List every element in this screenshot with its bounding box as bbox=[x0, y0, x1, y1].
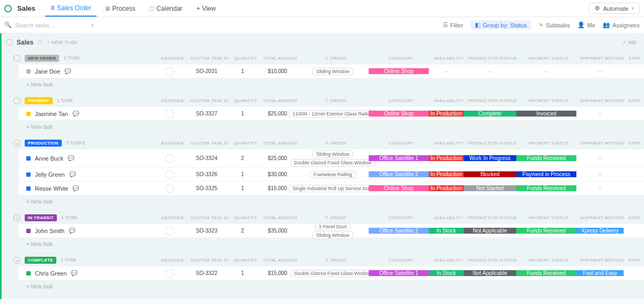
col-head-cat[interactable]: CATEGORY bbox=[371, 215, 431, 220]
task-row[interactable]: John Smith 💬 SO-3323 2 $35,000 3 Panel D… bbox=[19, 224, 644, 238]
task-row[interactable]: Anne Buck 💬 SO-3324 2 $25,000 Sliding Wi… bbox=[19, 149, 644, 168]
tab-calendar[interactable]: ▢ Calendar bbox=[144, 0, 188, 17]
status-badge[interactable]: Xpress Delivery bbox=[576, 228, 624, 234]
task-row[interactable]: Resse White 💬 SO-3325 1 $15,000 Single I… bbox=[19, 182, 644, 196]
task-row[interactable]: Chris Green 💬 SO-3322 1 $15,000 Double G… bbox=[19, 266, 644, 280]
col-head-prod[interactable]: PRODUCTION STATUS bbox=[466, 141, 519, 146]
order-tag[interactable]: 1100M - 12mm Exterior Glass Railing bbox=[289, 110, 377, 118]
task-name[interactable]: Resse White bbox=[35, 185, 68, 192]
tab-sales-order[interactable]: ≣ Sales Order bbox=[45, 0, 97, 17]
me-button[interactable]: 👤Me bbox=[577, 21, 595, 28]
order-tag[interactable]: Double Glazed Fixed Glass Window bbox=[290, 159, 375, 167]
tab-process[interactable]: ▦ Process bbox=[100, 0, 141, 17]
chat-icon[interactable]: 💬 bbox=[68, 155, 74, 161]
status-badge[interactable]: Office Satellite 2 bbox=[369, 171, 429, 177]
col-head-amt[interactable]: TOTAL AMOUNT bbox=[261, 56, 299, 61]
new-task-button[interactable]: + New task bbox=[19, 280, 644, 293]
group-toggle-icon[interactable]: ⌄ bbox=[13, 214, 20, 221]
status-badge[interactable]: Office Satellite 1 bbox=[369, 270, 429, 276]
chevron-down-icon[interactable]: ▾ bbox=[91, 23, 94, 28]
chat-icon[interactable]: 💬 bbox=[64, 68, 71, 74]
order-tag[interactable]: Frameless Railing bbox=[310, 171, 356, 178]
task-name[interactable]: John Smith bbox=[35, 228, 64, 234]
col-head-order[interactable]: ⇅ORDER bbox=[299, 215, 371, 220]
order-tag[interactable]: Single Industrial Roll Up Service Door bbox=[289, 185, 377, 192]
status-badge[interactable]: Office Satellite 2 bbox=[369, 228, 429, 234]
col-head-amt[interactable]: TOTAL AMOUNT bbox=[261, 258, 299, 263]
subtasks-button[interactable]: ⤷Subtasks bbox=[539, 21, 570, 28]
col-head-exp[interactable]: EXPE bbox=[626, 258, 644, 263]
col-head-qty[interactable]: QUANTITY bbox=[230, 215, 261, 220]
col-head-avail[interactable]: AVAILABILITY bbox=[431, 98, 466, 103]
col-head-assignee[interactable]: ASSIGNEE bbox=[156, 98, 189, 103]
status-badge[interactable]: Online Shop bbox=[369, 68, 429, 74]
col-head-assignee[interactable]: ASSIGNEE bbox=[156, 215, 189, 220]
col-head-pay[interactable]: PAYMENT STATUS bbox=[518, 98, 579, 103]
assignee-slot[interactable] bbox=[153, 170, 186, 179]
col-head-cat[interactable]: CATEGORY bbox=[371, 98, 431, 103]
status-badge[interactable]: Not Applicable bbox=[464, 228, 516, 234]
order-tag[interactable]: Sliding Window bbox=[312, 68, 353, 75]
new-task-top[interactable]: + NEW TASK bbox=[47, 40, 77, 45]
order-tag[interactable]: Sliding Window bbox=[312, 231, 353, 239]
assignee-slot[interactable] bbox=[153, 227, 186, 235]
col-head-qty[interactable]: QUANTITY bbox=[230, 258, 261, 263]
group-toggle-icon[interactable]: ⌄ bbox=[13, 257, 20, 264]
task-name[interactable]: Jasmine Tan bbox=[35, 111, 68, 117]
status-badge[interactable]: Work In Progress bbox=[464, 155, 516, 161]
col-head-cat[interactable]: CATEGORY bbox=[371, 141, 431, 146]
order-tag[interactable]: Double Glazed Fixed Glass Window bbox=[290, 270, 375, 277]
new-task-button[interactable]: + New task bbox=[19, 238, 644, 250]
assignee-slot[interactable] bbox=[153, 67, 186, 76]
status-badge[interactable]: Not Started bbox=[464, 185, 516, 191]
status-chip[interactable]: COMPLETE bbox=[25, 257, 56, 264]
hide-button[interactable]: ✓ HID bbox=[623, 40, 640, 45]
col-head-id[interactable]: CUSTOM TASK ID bbox=[189, 258, 230, 263]
col-head-pay[interactable]: PAYMENT STATUS bbox=[518, 141, 579, 146]
status-badge[interactable]: In Production bbox=[429, 185, 464, 191]
status-badge[interactable]: In Production bbox=[429, 111, 464, 117]
new-task-button[interactable]: + New task bbox=[19, 196, 644, 208]
chat-icon[interactable]: 💬 bbox=[72, 111, 79, 117]
status-badge[interactable]: Funds Received bbox=[516, 228, 576, 234]
col-head-amt[interactable]: TOTAL AMOUNT bbox=[261, 215, 299, 220]
col-head-avail[interactable]: AVAILABILITY bbox=[431, 56, 466, 61]
chat-icon[interactable]: 💬 bbox=[69, 228, 75, 234]
chat-icon[interactable]: 💬 bbox=[72, 185, 79, 191]
col-head-qty[interactable]: QUANTITY bbox=[230, 98, 261, 103]
col-head-prod[interactable]: PRODUCTION STATUS bbox=[466, 98, 519, 103]
col-head-avail[interactable]: AVAILABILITY bbox=[431, 141, 466, 146]
task-row[interactable]: Jelly Green 💬 SO-3326 1 $30,000 Frameles… bbox=[19, 168, 644, 182]
col-head-amt[interactable]: TOTAL AMOUNT bbox=[261, 141, 299, 146]
col-head-qty[interactable]: QUANTITY bbox=[230, 141, 261, 146]
status-badge[interactable]: Online Shop bbox=[369, 111, 429, 117]
assignees-button[interactable]: 👥Assignees bbox=[603, 21, 640, 28]
col-head-pay[interactable]: PAYMENT STATUS bbox=[518, 56, 579, 61]
col-head-order[interactable]: ⇅ORDER bbox=[299, 258, 371, 263]
order-tag[interactable]: Sliding Window bbox=[312, 150, 353, 158]
col-head-order[interactable]: ⇅ORDER bbox=[299, 141, 371, 146]
group-toggle-icon[interactable]: ⌄ bbox=[13, 140, 20, 147]
col-head-cat[interactable]: CATEGORY bbox=[371, 258, 431, 263]
status-badge[interactable]: Not Applicable bbox=[464, 270, 516, 276]
assignee-slot[interactable] bbox=[153, 184, 186, 193]
task-row[interactable]: Jasmine Tan 💬 SO-3327 1 $25,000 1100M - … bbox=[19, 107, 644, 121]
col-head-id[interactable]: CUSTOM TASK ID bbox=[189, 56, 230, 61]
col-head-order[interactable]: ⇅ORDER bbox=[299, 56, 371, 61]
col-head-avail[interactable]: AVAILABILITY bbox=[431, 258, 466, 263]
new-task-button[interactable]: + New task bbox=[19, 121, 644, 133]
status-badge[interactable]: Funds Received bbox=[516, 155, 576, 161]
status-badge[interactable]: Fast and Easy bbox=[576, 270, 624, 276]
col-head-id[interactable]: CUSTOM TASK ID bbox=[189, 215, 230, 220]
task-name[interactable]: Chris Green bbox=[35, 270, 67, 277]
status-badge[interactable]: Payment in Process bbox=[516, 171, 576, 177]
col-head-pay[interactable]: PAYMENT STATUS bbox=[518, 258, 579, 263]
col-head-cat[interactable]: CATEGORY bbox=[371, 56, 431, 61]
status-badge[interactable]: Office Satellite 1 bbox=[369, 155, 429, 161]
status-badge[interactable]: In Production bbox=[429, 171, 464, 177]
status-badge[interactable]: Online Shop bbox=[369, 185, 429, 191]
col-head-avail[interactable]: AVAILABILITY bbox=[431, 215, 466, 220]
col-head-prod[interactable]: PRODUCTION STATUS bbox=[466, 215, 519, 220]
col-head-amt[interactable]: TOTAL AMOUNT bbox=[261, 98, 299, 103]
col-head-prod[interactable]: PRODUCTION STATUS bbox=[466, 56, 519, 61]
